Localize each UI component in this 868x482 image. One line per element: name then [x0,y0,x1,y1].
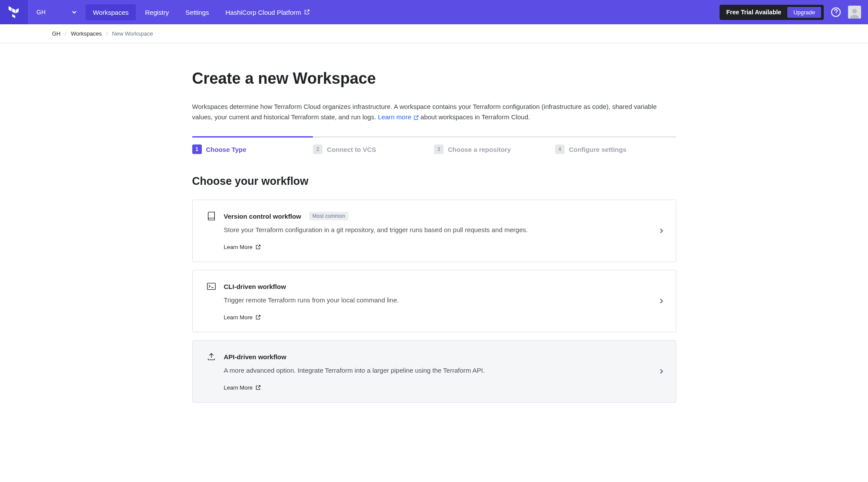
nav-registry[interactable]: Registry [138,4,176,20]
nav-right: Free Trial Available Upgrade [720,5,861,20]
external-link-icon [255,385,261,390]
avatar-icon [849,7,860,19]
workflow-title: API-driven workflow [224,353,286,361]
workflow-title: Version control workflow [224,213,301,220]
step-choose-type: 1 Choose Type [192,136,313,154]
terminal-icon [207,282,216,291]
terraform-logo[interactable] [0,0,28,24]
svg-point-1 [852,9,857,13]
external-link-icon [255,244,261,250]
external-link-icon [255,315,261,320]
org-name: GH [36,9,46,16]
step-label: Choose a repository [448,146,511,153]
step-label: Configure settings [569,146,627,153]
breadcrumb-org[interactable]: GH [52,30,61,37]
terraform-icon [8,6,20,18]
section-title: Choose your workflow [192,175,676,187]
nav-settings[interactable]: Settings [178,4,216,20]
step-choose-repo: 3 Choose a repository [434,136,555,154]
step-label: Choose Type [206,146,247,153]
help-icon[interactable] [831,7,841,17]
upload-icon [207,352,216,361]
chevron-right-icon [658,368,664,374]
most-common-badge: Most common [309,212,349,220]
user-avatar[interactable] [848,6,861,19]
step-number: 1 [192,144,202,154]
step-number: 2 [313,144,322,154]
breadcrumb-workspaces[interactable]: Workspaces [71,30,102,37]
chevron-right-icon [658,298,664,304]
page-title: Create a new Workspace [192,69,676,88]
breadcrumb: GH / Workspaces / New Workspace [0,24,868,43]
nav-workspaces[interactable]: Workspaces [85,4,136,20]
breadcrumb-current: New Workspace [112,30,153,37]
trial-box: Free Trial Available Upgrade [720,5,824,20]
step-label: Connect to VCS [327,146,376,153]
trial-text: Free Trial Available [727,9,782,16]
workflow-title: CLI-driven workflow [224,283,286,290]
top-nav: GH Workspaces Registry Settings HashiCor… [0,0,868,24]
chevron-down-icon [72,10,77,15]
external-link-icon [304,9,310,15]
nav-hcp[interactable]: HashiCorp Cloud Platform [218,4,317,20]
step-number: 3 [434,144,444,154]
external-link-icon [413,115,419,121]
chevron-right-icon [658,228,664,234]
upgrade-button[interactable]: Upgrade [787,7,821,18]
step-configure: 4 Configure settings [555,136,676,154]
page-description: Workspaces determine how Terraform Cloud… [192,102,676,122]
learn-more-link[interactable]: Learn More [224,244,662,250]
workflow-desc: Trigger remote Terraform runs from your … [224,296,662,304]
step-connect-vcs: 2 Connect to VCS [313,136,434,154]
main-content: Create a new Workspace Workspaces determ… [192,43,676,428]
nav-links: Workspaces Registry Settings HashiCorp C… [85,4,317,20]
step-number: 4 [555,144,565,154]
org-dropdown[interactable]: GH [28,0,85,24]
workflow-desc: Store your Terraform configuration in a … [224,226,662,233]
breadcrumb-separator: / [106,30,108,37]
workflow-vcs[interactable]: Version control workflow Most common Sto… [192,200,676,262]
svg-rect-2 [207,283,215,290]
learn-more-link[interactable]: Learn More [224,384,662,391]
workflow-api[interactable]: API-driven workflow A more advanced opti… [192,340,676,403]
workflow-cli[interactable]: CLI-driven workflow Trigger remote Terra… [192,270,676,332]
workflow-desc: A more advanced option. Integrate Terraf… [224,367,662,374]
stepper: 1 Choose Type 2 Connect to VCS 3 Choose … [192,136,676,154]
learn-more-link[interactable]: Learn more [378,113,419,121]
breadcrumb-separator: / [65,30,67,37]
learn-more-link[interactable]: Learn More [224,314,662,321]
book-icon [207,211,216,221]
